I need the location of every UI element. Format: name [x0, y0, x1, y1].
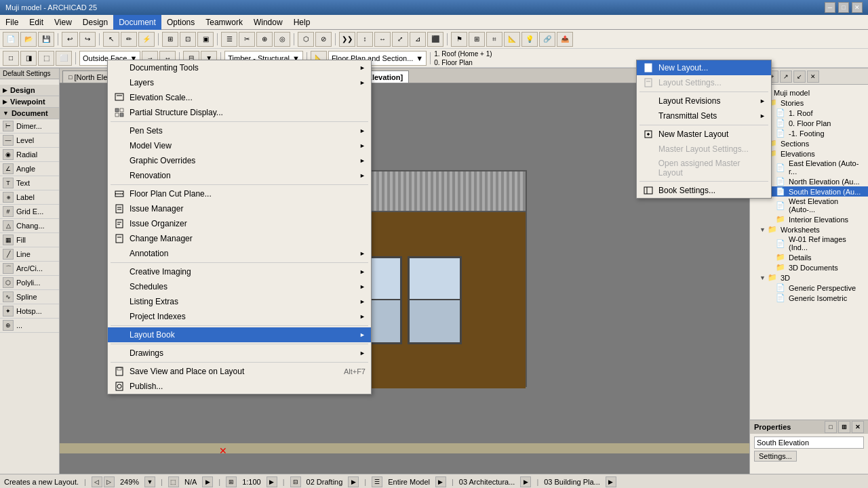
tool-btn-2[interactable]: ⊘	[315, 32, 332, 47]
tree-item-generic-persp[interactable]: 📄 Generic Perspective	[750, 283, 868, 293]
dm-annotation[interactable]: Annotation ►	[108, 246, 371, 261]
tool-polyline[interactable]: ⬡ Polyli...	[0, 276, 59, 290]
document-section[interactable]: ▼ Document	[0, 108, 59, 119]
view2-btn-3[interactable]: ⬚	[38, 51, 54, 66]
dm-project-indexes[interactable]: Project Indexes ►	[108, 309, 371, 324]
build-arr[interactable]: ▶	[606, 476, 616, 487]
dm-publish[interactable]: Publish...	[108, 379, 371, 394]
close-button[interactable]: ✕	[852, 2, 863, 13]
pub-btn[interactable]: 📤	[557, 32, 573, 47]
tool-line[interactable]: ╱ Line	[0, 247, 59, 262]
menu-file[interactable]: File	[0, 15, 24, 30]
dm-pen-sets[interactable]: Pen Sets ►	[108, 123, 371, 138]
menu-options[interactable]: Options	[161, 15, 200, 30]
view-btn-2[interactable]: ⊡	[180, 32, 196, 47]
tool-extra[interactable]: ⊕ ...	[0, 319, 59, 333]
redo-btn[interactable]: ↪	[79, 32, 96, 47]
tool-hotspot[interactable]: ✦ Hotsp...	[0, 304, 59, 319]
measure-btn[interactable]: 📐	[504, 32, 520, 47]
tree-item-interior-elev[interactable]: 📁 Interior Elevations	[750, 214, 868, 224]
link-btn[interactable]: 🔗	[539, 32, 555, 47]
rp-close-btn[interactable]: ✕	[807, 70, 819, 83]
dm-change-manager[interactable]: Change Manager	[108, 231, 371, 246]
dm-elevation-scale[interactable]: Elevation Scale...	[108, 90, 371, 105]
tool-label[interactable]: ⎈ Label	[0, 190, 59, 205]
menu-edit[interactable]: Edit	[24, 15, 49, 30]
tree-item-generic-iso[interactable]: 📄 Generic Isometric	[750, 293, 868, 303]
dm-creative-imaging[interactable]: Creative Imaging ►	[108, 264, 371, 279]
open-btn[interactable]: 📂	[20, 32, 37, 47]
scroll-right[interactable]: ▷	[104, 476, 115, 487]
tool-btn-7[interactable]: ⊿	[410, 32, 426, 47]
scroll-left[interactable]: ◁	[92, 476, 102, 487]
sub-layout-revisions[interactable]: Layout Revisions ►	[637, 94, 771, 108]
dm-model-view[interactable]: Model View ►	[108, 138, 371, 153]
rp-btn-4[interactable]: ↙	[793, 70, 806, 83]
tool-btn-4[interactable]: ↕	[357, 32, 373, 47]
new-btn[interactable]: 📄	[3, 32, 19, 47]
menu-document[interactable]: Document	[113, 15, 161, 30]
tool-btn-6[interactable]: ⤢	[392, 32, 408, 47]
layer-icon[interactable]: ⊟	[290, 476, 301, 487]
tool-btn-3[interactable]: ❯❯	[339, 32, 355, 47]
view2-btn-4[interactable]: ⬜	[56, 51, 72, 66]
sub-book-settings[interactable]: Book Settings...	[637, 183, 771, 198]
dm-floor-plan-cut[interactable]: Floor Plan Cut Plane...	[108, 186, 371, 201]
dm-graphic-overrides[interactable]: Graphic Overrides ►	[108, 153, 371, 168]
page-btn[interactable]: ⬚	[168, 476, 179, 487]
tool-btn-1[interactable]: ⬡	[298, 32, 314, 47]
dm-layers[interactable]: Layers ►	[108, 75, 371, 90]
tree-item-west-elev[interactable]: 📄 West Elevation (Auto-...	[750, 197, 868, 214]
dm-documenting-tools[interactable]: Documenting Tools ►	[108, 60, 371, 75]
dm-layout-book[interactable]: Layout Book ►	[108, 327, 371, 342]
tool-grid[interactable]: # Grid E...	[0, 205, 59, 219]
menu-design[interactable]: Design	[77, 15, 113, 30]
menu-view[interactable]: View	[49, 15, 77, 30]
prop-close[interactable]: ✕	[852, 421, 864, 433]
tree-item-worksheets[interactable]: ▼ 📁 Worksheets	[750, 224, 868, 235]
tree-item-3d[interactable]: ▼ 📁 3D	[750, 272, 868, 283]
design-section[interactable]: ▶ Design	[0, 85, 59, 96]
dm-partial-structure[interactable]: Partial Structure Display...	[108, 105, 371, 120]
tool-change[interactable]: △ Chang...	[0, 219, 59, 233]
settings-button[interactable]: Settings...	[754, 451, 797, 462]
dm-drawings[interactable]: Drawings ►	[108, 346, 371, 361]
select-btn[interactable]: ☰	[221, 32, 237, 47]
dm-issue-organizer[interactable]: Issue Organizer	[108, 216, 371, 231]
menu-window[interactable]: Window	[248, 15, 288, 30]
scale2-arr[interactable]: ▶	[267, 476, 277, 487]
prop-btn-2[interactable]: ⊞	[838, 421, 850, 433]
snap-btn[interactable]: ⌗	[486, 32, 502, 47]
tree-item-w01[interactable]: 📄 W-01 Ref images (Ind...	[750, 235, 868, 252]
tree-item-details[interactable]: 📁 Details	[750, 252, 868, 262]
move-btn[interactable]: ✂	[239, 32, 255, 47]
tool-angle[interactable]: ∠ Angle	[0, 162, 59, 176]
scale-btn[interactable]: ◎	[274, 32, 290, 47]
view2-btn-2[interactable]: ◨	[20, 51, 37, 66]
magic-tool[interactable]: ⚡	[138, 32, 155, 47]
menu-help[interactable]: Help	[288, 15, 316, 30]
view2-btn-1[interactable]: □	[3, 51, 19, 66]
rp-btn-3[interactable]: ↗	[780, 70, 792, 83]
pencil-tool[interactable]: ✏	[121, 32, 137, 47]
minimize-button[interactable]: ─	[825, 2, 835, 13]
view-btn-1[interactable]: ⊞	[162, 32, 178, 47]
zoom-down[interactable]: ▼	[144, 476, 155, 487]
menu-teamwork[interactable]: Teamwork	[200, 15, 248, 30]
prop-btn-1[interactable]: □	[825, 421, 837, 433]
sub-transmittal-sets[interactable]: Transmittal Sets ►	[637, 108, 771, 123]
tool-radial[interactable]: ◉ Radial	[0, 148, 59, 162]
tool-btn-8[interactable]: ⬛	[427, 32, 443, 47]
dm-save-view[interactable]: Save View and Place on Layout Alt+F7	[108, 364, 371, 379]
rotate-btn[interactable]: ⊕	[256, 32, 273, 47]
tool-fill[interactable]: ▦ Fill	[0, 233, 59, 247]
model-icon[interactable]: ☰	[372, 476, 382, 487]
sub-new-layout[interactable]: New Layout...	[637, 60, 771, 75]
save-btn[interactable]: 💾	[38, 32, 54, 47]
tool-arc[interactable]: ⌒ Arc/Ci...	[0, 262, 59, 276]
maximize-button[interactable]: □	[838, 2, 849, 13]
tool-btn-5[interactable]: ↔	[374, 32, 391, 47]
tree-item-3ddocs[interactable]: 📁 3D Documents	[750, 262, 868, 272]
dm-issue-manager[interactable]: Issue Manager	[108, 201, 371, 216]
layer-arr[interactable]: ▶	[348, 476, 359, 487]
